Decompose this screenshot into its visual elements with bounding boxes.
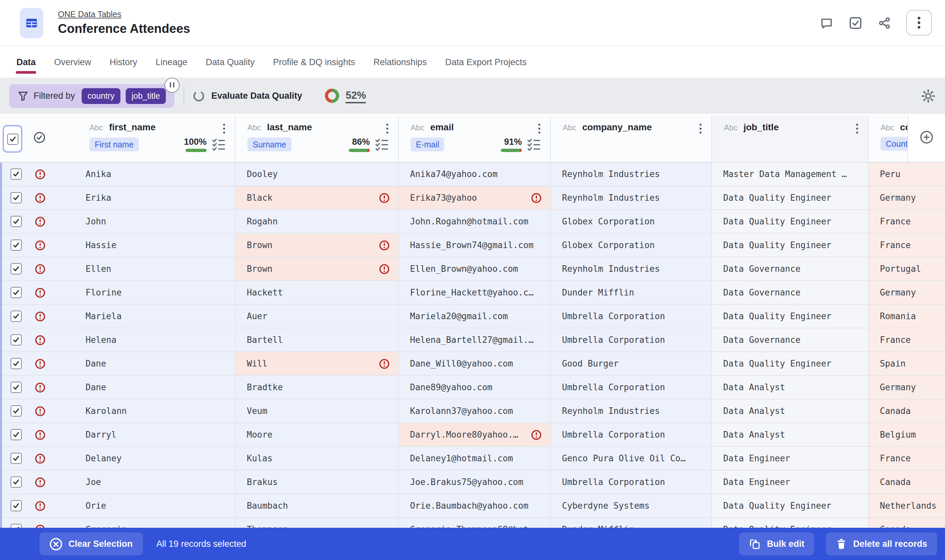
cell-job_title[interactable]: Data Analyst xyxy=(711,400,868,423)
row-checkbox[interactable] xyxy=(11,168,22,180)
cell-country[interactable]: France xyxy=(868,447,945,470)
cell-company_name[interactable]: Good Burger xyxy=(550,352,711,375)
cell-email[interactable]: Anika74@yahoo.com xyxy=(398,163,550,186)
more-menu-button[interactable] xyxy=(906,10,932,35)
cell-job_title[interactable]: Data Governance xyxy=(711,281,868,304)
breadcrumb-link[interactable]: ONE Data Tables xyxy=(58,9,190,20)
cell-last_name[interactable]: Dooley xyxy=(235,163,398,186)
bulk-edit-button[interactable]: Bulk edit xyxy=(739,532,814,555)
tab-profile-dq-insights[interactable]: Profile & DQ insights xyxy=(273,57,355,67)
cell-company_name[interactable]: Reynholm Industries xyxy=(550,186,711,209)
cell-email[interactable]: Florine_Hackett@yahoo.c… xyxy=(398,281,550,304)
cell-company_name[interactable]: Umbrella Corporation xyxy=(550,471,711,494)
cell-last_name[interactable]: Rogahn xyxy=(235,210,398,233)
cell-company_name[interactable]: Umbrella Corporation xyxy=(550,305,711,328)
cell-email[interactable]: Orie.Baumbach@yahoo.com xyxy=(398,494,550,517)
filter-chip-country[interactable]: country xyxy=(82,88,120,104)
cell-email[interactable]: Mariela20@gmail.com xyxy=(398,305,550,328)
cell-country[interactable]: Romania xyxy=(868,305,945,328)
row-checkbox[interactable] xyxy=(11,287,22,298)
cell-company_name[interactable]: Reynholm Industries xyxy=(550,163,711,186)
tab-history[interactable]: History xyxy=(109,57,137,67)
column-header-email[interactable]: Abc email E-mail 91% xyxy=(398,115,550,162)
tab-data[interactable]: Data xyxy=(17,57,36,67)
cell-last_name[interactable]: Black xyxy=(235,186,398,209)
cell-job_title[interactable]: Data Quality Engineer xyxy=(711,186,868,209)
cell-country[interactable]: Canada xyxy=(868,400,945,423)
cell-company_name[interactable]: Globex Corporation xyxy=(550,210,711,233)
cell-company_name[interactable]: Reynholm Industries xyxy=(550,257,711,280)
cell-last_name[interactable]: Brakus xyxy=(235,471,398,494)
tab-lineage[interactable]: Lineage xyxy=(155,57,187,67)
row-checkbox[interactable] xyxy=(11,358,22,369)
column-menu-icon[interactable] xyxy=(222,122,226,135)
delete-all-records-button[interactable]: Delete all records xyxy=(826,532,937,555)
cell-last_name[interactable]: Brown xyxy=(235,257,398,280)
cell-country[interactable]: France xyxy=(868,328,945,351)
cell-first_name[interactable]: Helena xyxy=(58,328,235,351)
comment-icon[interactable] xyxy=(820,16,833,29)
cell-last_name[interactable]: Brown xyxy=(235,234,398,257)
column-menu-icon[interactable] xyxy=(537,122,542,135)
cell-last_name[interactable]: Will xyxy=(235,352,398,375)
cell-email[interactable]: Delaney1@hotmail.com xyxy=(398,447,550,470)
cell-job_title[interactable]: Data Governance xyxy=(711,328,868,351)
cell-email[interactable]: Ellen_Brown@yahoo.com xyxy=(398,257,550,280)
row-checkbox[interactable] xyxy=(11,334,22,346)
column-tag[interactable]: E-mail xyxy=(411,137,445,151)
cell-job_title[interactable]: Data Engineer xyxy=(711,447,868,470)
cell-first_name[interactable]: Hassie xyxy=(58,234,235,257)
row-checkbox[interactable] xyxy=(11,192,22,203)
add-column-button[interactable] xyxy=(920,130,933,144)
cell-email[interactable]: Darryl.Moore80yahoo.… xyxy=(398,423,550,446)
dq-score-link[interactable]: 52% xyxy=(345,89,366,103)
cell-country[interactable]: Spain xyxy=(868,352,945,375)
cell-email[interactable]: John.Rogahn@hotmail.com xyxy=(398,210,550,233)
select-all-checkbox[interactable] xyxy=(7,133,18,145)
cell-first_name[interactable]: Dane xyxy=(58,376,235,399)
row-checkbox[interactable] xyxy=(11,405,22,417)
cell-last_name[interactable]: Kulas xyxy=(235,447,398,470)
cell-job_title[interactable]: Data Analyst xyxy=(711,423,868,446)
cell-job_title[interactable]: Data Engineer xyxy=(711,471,868,494)
cell-country[interactable]: Germany xyxy=(868,281,945,304)
dq-score[interactable]: 52% xyxy=(325,88,366,103)
cell-country[interactable]: Canada xyxy=(868,471,945,494)
cell-company_name[interactable]: Umbrella Corporation xyxy=(550,328,711,351)
column-menu-icon[interactable] xyxy=(385,122,389,135)
cell-last_name[interactable]: Baumbach xyxy=(235,494,398,517)
cell-first_name[interactable]: Erika xyxy=(58,186,235,209)
cell-first_name[interactable]: Karolann xyxy=(58,400,235,423)
cell-job_title[interactable]: Data Analyst xyxy=(711,376,868,399)
cell-email[interactable]: Dane89@yahoo.com xyxy=(398,376,550,399)
tab-data-quality[interactable]: Data Quality xyxy=(206,57,255,67)
column-header-country[interactable]: Abc co Countr xyxy=(868,115,908,162)
cell-email[interactable]: Joe.Brakus75@yahoo.com xyxy=(398,471,550,494)
cell-job_title[interactable]: Data Quality Engineer xyxy=(711,352,868,375)
row-checkbox[interactable] xyxy=(11,216,22,227)
cell-last_name[interactable]: Moore xyxy=(235,423,398,446)
cell-job_title[interactable]: Data Governance xyxy=(711,257,868,280)
cell-email[interactable]: Dane_Will0@yahoo.com xyxy=(398,352,550,375)
cell-company_name[interactable]: Dunder Mifflin xyxy=(550,281,711,304)
cell-email[interactable]: Erika73@yahoo xyxy=(398,186,550,209)
cell-country[interactable]: Portugal xyxy=(868,257,945,280)
clear-selection-button[interactable]: Clear Selection xyxy=(40,532,143,555)
row-checkbox[interactable] xyxy=(11,240,22,251)
column-header-first-name[interactable]: Abc first_name First name 100% xyxy=(58,115,235,162)
row-checkbox[interactable] xyxy=(11,477,22,488)
cell-country[interactable]: Germany xyxy=(868,186,945,209)
evaluate-dq-button[interactable]: Evaluate Data Quality xyxy=(193,90,302,102)
cell-country[interactable]: Belgium xyxy=(868,423,945,446)
cell-last_name[interactable]: Bartell xyxy=(235,328,398,351)
row-checkbox[interactable] xyxy=(11,500,22,511)
cell-company_name[interactable]: Genco Pura Olive Oil Co… xyxy=(550,447,711,470)
cell-email[interactable]: Helena_Bartell27@gmail.… xyxy=(398,328,550,351)
cell-country[interactable]: Netherlands xyxy=(868,494,945,517)
cell-country[interactable]: Germany xyxy=(868,376,945,399)
cell-first_name[interactable]: Orie xyxy=(58,494,235,517)
cell-first_name[interactable]: Ellen xyxy=(58,257,235,280)
column-header-last-name[interactable]: Abc last_name Surname 86% xyxy=(235,115,398,162)
cell-last_name[interactable]: Auer xyxy=(235,305,398,328)
cell-first_name[interactable]: Dane xyxy=(58,352,235,375)
